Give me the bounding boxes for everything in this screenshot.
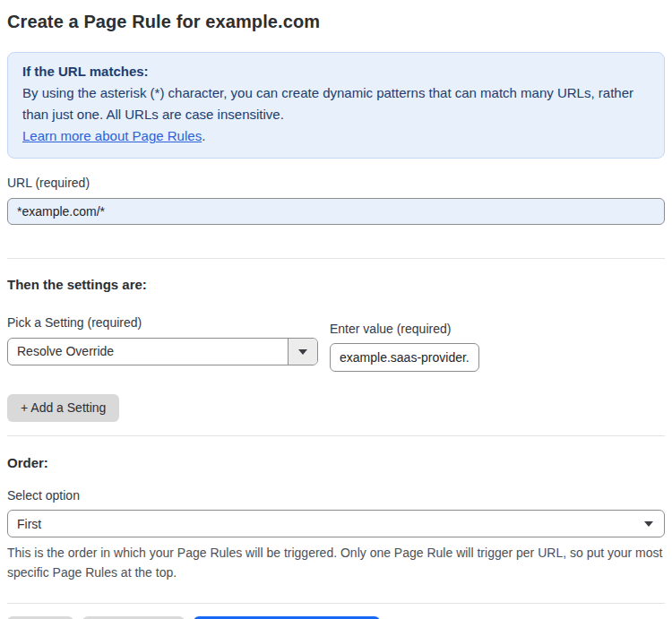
setting-select-value: Resolve Override — [8, 339, 288, 365]
divider — [7, 435, 665, 436]
info-box-body: By using the asterisk (*) character, you… — [22, 82, 650, 125]
add-setting-button[interactable]: + Add a Setting — [7, 394, 119, 422]
learn-more-link[interactable]: Learn more about Page Rules — [22, 128, 202, 143]
setting-select-label: Pick a Setting (required) — [7, 315, 318, 330]
setting-value-column: Enter value (required) — [330, 322, 479, 372]
settings-section-heading: Then the settings are: — [7, 277, 665, 292]
order-help-text: This is the order in which your Page Rul… — [7, 543, 665, 582]
chevron-down-icon — [298, 349, 307, 355]
setting-select-arrow-button[interactable] — [288, 339, 317, 365]
page-title: Create a Page Rule for example.com — [7, 12, 665, 32]
setting-value-input[interactable] — [330, 343, 479, 372]
page-rule-form: Create a Page Rule for example.com If th… — [0, 0, 672, 619]
info-box-link-line: Learn more about Page Rules. — [22, 125, 650, 147]
order-section-heading: Order: — [7, 455, 665, 470]
divider — [7, 603, 665, 604]
divider — [7, 258, 665, 259]
settings-row: Pick a Setting (required) Resolve Overri… — [7, 315, 665, 372]
setting-select[interactable]: Resolve Override — [7, 338, 318, 365]
setting-select-column: Pick a Setting (required) Resolve Overri… — [7, 315, 318, 365]
order-select-label: Select option — [7, 488, 665, 503]
order-select[interactable]: First — [7, 510, 665, 537]
info-box-heading: If the URL matches: — [22, 61, 650, 82]
value-field-label: Enter value (required) — [330, 322, 479, 336]
url-field-label: URL (required) — [7, 176, 665, 190]
order-select-value: First — [8, 517, 644, 531]
url-match-info-box: If the URL matches: By using the asteris… — [7, 52, 665, 159]
link-suffix-period: . — [202, 128, 205, 143]
url-input[interactable] — [7, 198, 665, 225]
chevron-down-icon — [644, 521, 653, 527]
